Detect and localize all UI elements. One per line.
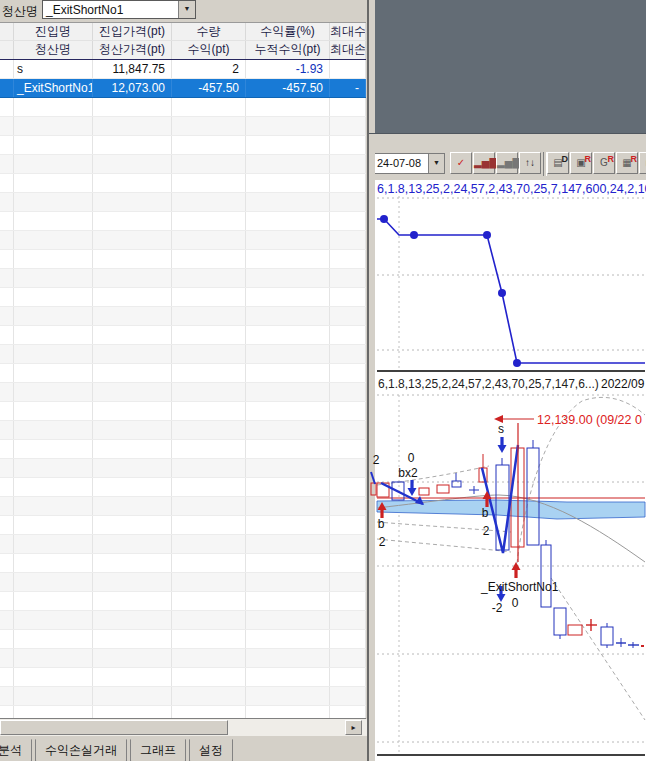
table-empty-row[interactable]: [0, 497, 366, 516]
table-empty-row[interactable]: [0, 231, 366, 250]
table-empty-row[interactable]: [0, 402, 366, 421]
table-empty-row[interactable]: [0, 535, 366, 554]
table-empty-row[interactable]: [0, 516, 366, 535]
table-empty-row[interactable]: [0, 649, 366, 668]
table-cell: -457.50: [246, 79, 330, 97]
table-empty-row[interactable]: [0, 155, 366, 174]
table-cell: [0, 269, 14, 287]
table-cell: [172, 307, 246, 325]
chart-primitive: [551, 578, 645, 720]
table-empty-row[interactable]: [0, 573, 366, 592]
table-empty-row[interactable]: [0, 459, 366, 478]
chevron-down-icon[interactable]: ▼: [428, 154, 444, 173]
table-cell: [330, 516, 366, 534]
table-cell: [246, 706, 330, 719]
table-cell: [246, 117, 330, 135]
table-cell: [246, 174, 330, 192]
partial-icon[interactable]: ▢: [639, 152, 646, 174]
tab-4[interactable]: 설정: [189, 739, 233, 761]
table-empty-row[interactable]: [0, 440, 366, 459]
table-empty-row[interactable]: [0, 98, 366, 117]
table-cell: [14, 383, 93, 401]
table-cell: [330, 117, 366, 135]
table-empty-row[interactable]: [0, 630, 366, 649]
table-cell: [0, 231, 14, 249]
table-empty-row[interactable]: [0, 193, 366, 212]
table-cell: [14, 174, 93, 192]
table-cell: [246, 649, 330, 667]
scrollbar-thumb[interactable]: [0, 720, 228, 735]
table-cell: [172, 687, 246, 705]
date-combobox[interactable]: 24-07-08 ▼: [375, 153, 445, 174]
table-empty-row[interactable]: [0, 269, 366, 288]
equity-curve-marker: [410, 231, 418, 239]
sort-updown-icon[interactable]: ↑↓: [519, 152, 541, 174]
table-cell: [93, 649, 172, 667]
table-cell: [172, 402, 246, 420]
scrollbar-right-arrow-icon[interactable]: ▸: [345, 720, 362, 735]
copy-r-icon[interactable]: ▦R: [616, 152, 638, 174]
tab-1[interactable]: 분석: [0, 739, 32, 761]
report-doc-icon[interactable]: ▤D: [547, 152, 569, 174]
table-empty-row[interactable]: [0, 250, 366, 269]
table-empty-row[interactable]: [0, 706, 366, 719]
table-empty-row[interactable]: [0, 478, 366, 497]
table-cell: [172, 592, 246, 610]
table-cell: [246, 345, 330, 363]
table-cell: [172, 364, 246, 382]
table-cell: [330, 364, 366, 382]
table-cell: [330, 573, 366, 591]
table-cell: [172, 231, 246, 249]
table-cell: [0, 98, 14, 116]
price-and-equity-chart[interactable]: 6,1.8,13,25,2,24,57,2,43,70,25,7,147,6..…: [377, 196, 646, 761]
table-empty-row[interactable]: [0, 117, 366, 136]
table-empty-row[interactable]: [0, 668, 366, 687]
table-empty-row[interactable]: [0, 383, 366, 402]
volume-signal-icon[interactable]: ▂▅▇: [473, 152, 495, 174]
table-cell: [330, 60, 366, 78]
table-cell: [14, 706, 93, 719]
graph-r-icon[interactable]: GR: [593, 152, 615, 174]
table-cell: [93, 630, 172, 648]
exit-name-combobox[interactable]: _ExitShortNo1 ▼: [42, 0, 196, 19]
table-cell: [14, 345, 93, 363]
table-empty-row[interactable]: [0, 136, 366, 155]
tab-3[interactable]: 그래프: [130, 739, 186, 761]
table-cell: [172, 212, 246, 230]
volume-bars-icon[interactable]: ▂▅▇: [496, 152, 518, 174]
table-empty-row[interactable]: [0, 326, 366, 345]
table-cell: [14, 307, 93, 325]
table-body[interactable]: s11,847.752-1.93_ExitShortNo112,073.00-4…: [0, 60, 366, 719]
table-empty-row[interactable]: [0, 364, 366, 383]
chart-primitive: [377, 539, 511, 552]
tab-2[interactable]: 수익손실거래: [35, 739, 127, 761]
monitor-r-icon[interactable]: ▣R: [570, 152, 592, 174]
table-empty-row[interactable]: [0, 345, 366, 364]
horizontal-scrollbar[interactable]: ▸: [0, 719, 367, 736]
table-empty-row[interactable]: [0, 421, 366, 440]
table-cell: [0, 288, 14, 306]
table-empty-row[interactable]: [0, 307, 366, 326]
table-empty-row[interactable]: [0, 611, 366, 630]
table-cell: 11,847.75: [93, 60, 172, 78]
table-cell: [14, 98, 93, 116]
table-empty-row[interactable]: [0, 554, 366, 573]
table-cell: [172, 668, 246, 686]
trendline-icon[interactable]: ✓: [450, 152, 472, 174]
table-cell: [93, 193, 172, 211]
table-cell: [0, 554, 14, 572]
table-empty-row[interactable]: [0, 687, 366, 706]
header-cell: 최대수: [330, 23, 366, 40]
table-cell: [246, 136, 330, 154]
table-empty-row[interactable]: [0, 288, 366, 307]
chevron-down-icon[interactable]: ▼: [178, 1, 195, 18]
table-cell: -: [330, 79, 366, 97]
table-cell: [246, 592, 330, 610]
table-cell: [93, 383, 172, 401]
table-empty-row[interactable]: [0, 592, 366, 611]
table-row[interactable]: s11,847.752-1.93: [0, 60, 366, 79]
table-empty-row[interactable]: [0, 174, 366, 193]
table-cell: [14, 117, 93, 135]
table-empty-row[interactable]: [0, 212, 366, 231]
table-row-selected[interactable]: _ExitShortNo112,073.00-457.50-457.50-: [0, 79, 366, 98]
